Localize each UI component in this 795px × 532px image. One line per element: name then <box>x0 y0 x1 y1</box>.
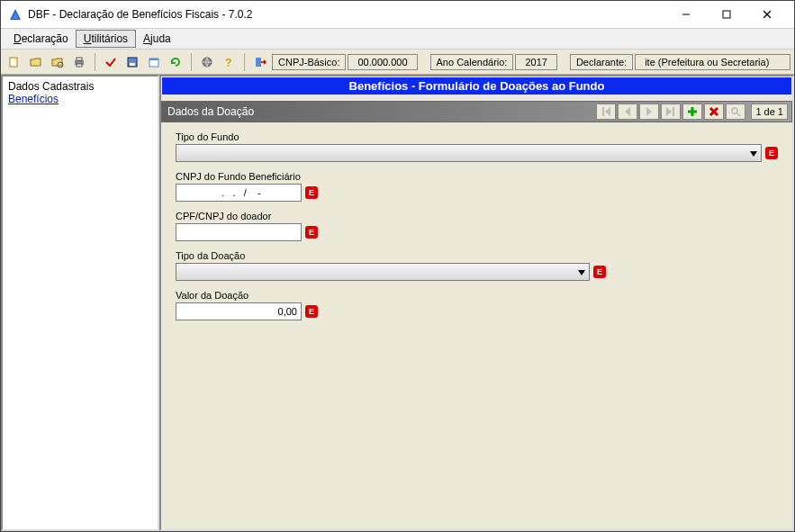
save-disk-icon[interactable] <box>122 52 142 72</box>
cnpj-label: CNPJ-Básico: <box>272 54 346 70</box>
cnpj-fundo-input[interactable] <box>176 184 302 202</box>
menu-ajuda[interactable]: Ajuda <box>136 31 178 47</box>
form-area: Tipo do Fundo E CNPJ do Fundo Beneficiár… <box>161 122 792 338</box>
cpf-cnpj-doador-input[interactable] <box>176 223 302 241</box>
svg-rect-10 <box>130 63 135 66</box>
minimize-button[interactable] <box>665 2 706 27</box>
svg-rect-7 <box>77 58 82 60</box>
menu-utilitarios[interactable]: Utilitários <box>76 30 136 48</box>
app-icon <box>8 7 23 22</box>
svg-rect-16 <box>602 107 604 116</box>
maximize-button[interactable] <box>706 2 746 27</box>
help-icon[interactable]: ? <box>219 52 239 72</box>
error-badge: E <box>765 147 778 159</box>
cnpj-value: 00.000.000 <box>348 54 417 70</box>
record-counter: 1 de 1 <box>751 104 788 120</box>
nav-delete-icon[interactable] <box>704 104 724 120</box>
svg-rect-15 <box>256 58 261 67</box>
svg-rect-8 <box>77 64 82 67</box>
declarante-label: Declarante: <box>570 54 633 70</box>
nav-next-icon[interactable] <box>639 104 659 120</box>
panel-header: Benefícios - Formulário de Doações ao Fu… <box>161 77 792 95</box>
section-title: Dados da Doação <box>167 105 596 118</box>
open-icon[interactable] <box>26 52 46 72</box>
tipo-doacao-label: Tipo da Doação <box>176 250 778 261</box>
tipo-fundo-label: Tipo do Fundo <box>176 131 778 142</box>
sidebar: Dados Cadastrais Benefícios <box>1 75 159 531</box>
tipo-fundo-select[interactable] <box>176 144 762 162</box>
svg-text:?: ? <box>225 57 231 68</box>
menu-declaracao[interactable]: Declaração <box>6 31 76 47</box>
ano-value: 2017 <box>515 54 556 70</box>
exit-icon[interactable] <box>250 52 270 72</box>
ano-label: Ano Calendário: <box>430 54 514 70</box>
svg-rect-4 <box>10 58 17 67</box>
globe-icon[interactable] <box>197 52 217 72</box>
svg-line-19 <box>737 113 740 116</box>
window-title: DBF - Declaração de Benefícios Fiscais -… <box>28 8 665 21</box>
error-badge: E <box>305 305 318 318</box>
svg-rect-1 <box>723 11 730 18</box>
calendar-icon[interactable] <box>144 52 164 72</box>
nav-search-icon[interactable] <box>726 104 745 120</box>
error-badge: E <box>305 186 318 199</box>
new-icon[interactable] <box>5 52 24 72</box>
section-bar: Dados da Doação 1 de 1 <box>161 101 792 122</box>
sidebar-item-dados[interactable]: Dados Cadastrais <box>8 80 152 93</box>
titlebar: DBF - Declaração de Benefícios Fiscais -… <box>1 1 794 28</box>
check-icon[interactable] <box>101 52 121 72</box>
error-badge: E <box>593 266 606 278</box>
window-controls <box>665 2 787 27</box>
main-panel: Benefícios - Formulário de Doações ao Fu… <box>159 75 794 531</box>
declarante-value: ite (Prefeitura ou Secretaria) <box>635 54 790 70</box>
cpf-cnpj-doador-label: CPF/CNPJ do doador <box>176 211 778 221</box>
toolbar: ? CNPJ-Básico: 00.000.000 Ano Calendário… <box>1 50 794 75</box>
print-icon[interactable] <box>69 52 89 72</box>
nav-first-icon[interactable] <box>596 104 616 120</box>
valor-doacao-label: Valor da Doação <box>176 290 778 301</box>
nav-add-icon[interactable] <box>682 104 702 120</box>
svg-rect-12 <box>149 59 158 60</box>
svg-point-18 <box>732 108 737 113</box>
nav-last-icon[interactable] <box>661 104 681 120</box>
sidebar-item-beneficios[interactable]: Benefícios <box>8 93 152 105</box>
svg-rect-17 <box>673 107 674 116</box>
cnpj-fundo-label: CNPJ do Fundo Beneficiário <box>176 171 778 182</box>
menubar: Declaração Utilitários Ajuda <box>1 28 794 50</box>
tipo-doacao-select[interactable] <box>176 263 590 281</box>
close-button[interactable] <box>746 2 787 27</box>
refresh-icon[interactable] <box>166 52 185 72</box>
valor-doacao-input[interactable] <box>176 302 302 320</box>
folder-search-icon[interactable] <box>48 52 68 72</box>
error-badge: E <box>305 226 318 239</box>
nav-prev-icon[interactable] <box>618 104 637 120</box>
